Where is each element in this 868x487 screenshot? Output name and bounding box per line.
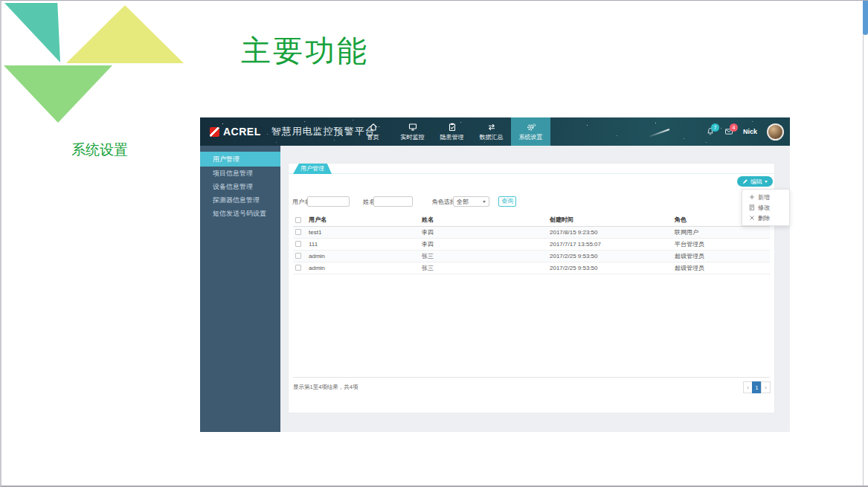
- cell-name: 张三: [419, 262, 547, 274]
- tab-strip: 用户管理: [289, 164, 774, 174]
- menu-item-add[interactable]: 新增: [742, 192, 789, 202]
- menu-item-label: 修改: [758, 204, 770, 212]
- pagination-next-button[interactable]: ›: [761, 381, 771, 393]
- pencil-icon: [742, 178, 748, 184]
- nav-item-home[interactable]: 首页: [353, 117, 393, 146]
- brand-name: ACREL: [223, 126, 261, 138]
- sidebar-item-user-management[interactable]: 用户管理: [200, 152, 280, 167]
- cell-name: 李四: [419, 226, 547, 238]
- app-header: ACREL 智慧用电监控预警平台 首页 实时监控 隐患管理: [200, 117, 790, 146]
- monitor-icon: [408, 123, 417, 132]
- nav-item-system-settings[interactable]: 系统设置: [511, 117, 550, 146]
- sidebar-item-sms-number[interactable]: 短信发送号码设置: [200, 207, 280, 220]
- caret-down-icon: [765, 181, 768, 183]
- edit-button[interactable]: 编辑: [737, 176, 773, 187]
- results-summary: 显示第1至4项结果，共4项: [293, 384, 359, 391]
- messages-button[interactable]: 4: [724, 127, 733, 136]
- users-table: 用户名 姓名 创建时间 角色 test1 李四 2017/8/: [293, 214, 770, 274]
- table-row: admin 张三 2017/2/25 9:53:50 超级管理员: [293, 250, 770, 262]
- cell-username: 111: [306, 238, 419, 250]
- column-header-created: 创建时间: [547, 214, 672, 226]
- data-icon: [487, 123, 496, 132]
- slide-title: 主要功能: [241, 30, 369, 71]
- cell-username: test1: [306, 226, 419, 238]
- edit-dropdown-menu: 新增 修改 删除: [742, 189, 790, 226]
- nav-label: 实时监控: [401, 133, 425, 141]
- notification-count-badge: 7: [711, 123, 719, 132]
- cell-role: 超级管理员: [672, 262, 770, 274]
- app-screenshot: ACREL 智慧用电监控预警平台 首页 实时监控 隐患管理: [200, 117, 790, 432]
- nav-label: 数据汇总: [480, 133, 504, 141]
- cell-created: 2017/7/17 13:55:07: [547, 238, 672, 250]
- role-select[interactable]: 全部: [453, 196, 489, 207]
- main-nav: 首页 实时监控 隐患管理 数据汇总 系统设置: [353, 117, 550, 146]
- section-label: 系统设置: [71, 141, 128, 160]
- table-row: test1 李四 2017/8/15 9:23:50 联网用户: [293, 226, 770, 238]
- row-checkbox[interactable]: [295, 265, 301, 271]
- menu-item-delete[interactable]: 删除: [742, 213, 789, 223]
- home-icon: [369, 123, 378, 132]
- delete-icon: [749, 215, 755, 221]
- modify-icon: [749, 204, 755, 210]
- nav-item-hazard-management[interactable]: 隐患管理: [432, 117, 472, 146]
- table-row: admin 张三 2017/2/25 9:53:50 超级管理员: [293, 262, 770, 274]
- row-checkbox[interactable]: [295, 229, 301, 235]
- cell-role: 超级管理员: [672, 250, 770, 262]
- nav-label: 系统设置: [519, 133, 543, 141]
- decorative-triangle-yellow: [66, 5, 184, 63]
- name-search-input[interactable]: [373, 196, 413, 207]
- nav-item-data-summary[interactable]: 数据汇总: [472, 117, 511, 146]
- gear-icon: [527, 123, 536, 132]
- sidebar-item-device-info[interactable]: 设备信息管理: [200, 180, 280, 193]
- nav-label: 隐患管理: [440, 133, 464, 141]
- footer-divider: [293, 377, 770, 378]
- app-main: 用户管理 编辑 新增 修改: [280, 146, 790, 432]
- caret-down-icon: [483, 201, 486, 203]
- cell-role: 联网用户: [672, 226, 770, 238]
- user-avatar[interactable]: [767, 123, 784, 141]
- plus-icon: [749, 194, 755, 200]
- notifications-button[interactable]: 7: [706, 127, 715, 136]
- sidebar-item-project-info[interactable]: 项目信息管理: [200, 167, 280, 180]
- username-label: Nick: [743, 128, 757, 135]
- column-header-name: 姓名: [419, 214, 547, 226]
- menu-item-label: 新增: [758, 193, 770, 201]
- cell-role: 平台管理员: [672, 238, 770, 250]
- cell-created: 2017/2/25 9:53:50: [547, 250, 672, 262]
- brand: ACREL 智慧用电监控预警平台: [210, 117, 376, 146]
- menu-item-modify[interactable]: 修改: [742, 202, 789, 213]
- app-sidebar: 用户管理 项目信息管理 设备信息管理 探测器信息管理 短信发送号码设置: [200, 146, 280, 432]
- message-count-badge: 4: [730, 123, 738, 132]
- cell-created: 2017/2/25 9:53:50: [547, 262, 672, 274]
- decorative-triangle-green: [4, 65, 112, 123]
- cell-username: admin: [306, 262, 419, 274]
- username-search-input[interactable]: [307, 196, 350, 207]
- table-header-row: 用户名 姓名 创建时间 角色: [293, 214, 770, 226]
- row-checkbox[interactable]: [295, 241, 301, 247]
- pagination: ‹ 1 ›: [743, 381, 771, 393]
- row-checkbox[interactable]: [295, 253, 301, 259]
- tab-user-management[interactable]: 用户管理: [293, 164, 332, 174]
- user-cluster: 7 4 Nick: [706, 117, 784, 146]
- cell-name: 李四: [419, 238, 547, 250]
- decorative-triangle-teal: [4, 3, 60, 62]
- content-panel: 用户管理 编辑 新增 修改: [288, 163, 775, 413]
- query-button[interactable]: 查询: [498, 196, 516, 207]
- clipboard-icon: [448, 123, 457, 132]
- acrel-logo-icon: [210, 127, 219, 137]
- table-row: 111 李四 2017/7/17 13:55:07 平台管理员: [293, 238, 770, 250]
- vertical-scrollbar-track[interactable]: [863, 1, 868, 486]
- select-all-checkbox[interactable]: [295, 217, 301, 223]
- edit-button-label: 编辑: [750, 178, 762, 186]
- role-select-value: 全部: [457, 198, 469, 206]
- cell-username: admin: [306, 250, 419, 262]
- cell-created: 2017/8/15 9:23:50: [547, 226, 672, 238]
- sidebar-item-detector-info[interactable]: 探测器信息管理: [200, 193, 280, 207]
- nav-item-realtime-monitor[interactable]: 实时监控: [393, 117, 432, 146]
- cell-name: 张三: [419, 250, 547, 262]
- vertical-scrollbar-thumb[interactable]: [863, 1, 868, 35]
- nav-label: 首页: [367, 133, 379, 141]
- column-header-username: 用户名: [306, 214, 419, 226]
- menu-item-label: 删除: [758, 214, 770, 222]
- slide-canvas: 主要功能 系统设置 ACREL 智慧用电监控预警平台 首页 实时监控: [0, 0, 868, 487]
